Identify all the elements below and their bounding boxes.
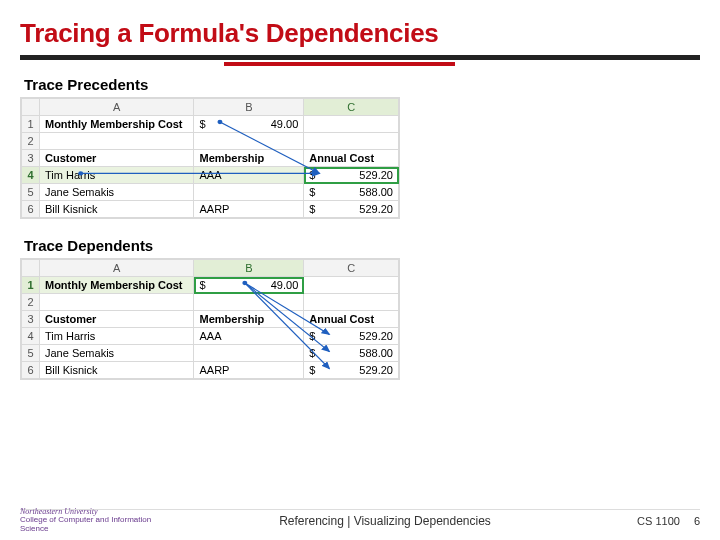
cell-value: 588.00 (359, 186, 393, 198)
cell: Membership (194, 150, 304, 167)
row-header: 5 (22, 345, 40, 362)
cell: Annual Cost (304, 311, 399, 328)
cell (39, 133, 194, 150)
cell-value: 529.20 (359, 169, 393, 181)
cell: AAA (194, 328, 304, 345)
col-header-C: C (304, 260, 399, 277)
cell: $529.20 (304, 362, 399, 379)
col-header-B: B (194, 99, 304, 116)
cell: $ 49.00 (194, 116, 304, 133)
cell: Customer (39, 150, 194, 167)
row-header: 2 (22, 133, 40, 150)
cell-value: 49.00 (271, 279, 299, 291)
col-header-C: C (304, 99, 399, 116)
cell-value: 49.00 (271, 118, 299, 130)
row-header: 1 (22, 116, 40, 133)
cell: Annual Cost (304, 150, 399, 167)
cell-value: 588.00 (359, 347, 393, 359)
currency-symbol: $ (309, 330, 315, 342)
cell (194, 345, 304, 362)
accent-bar (224, 62, 455, 66)
cell (194, 294, 304, 311)
row-header: 4 (22, 328, 40, 345)
section-label-precedents: Trace Precedents (24, 76, 700, 93)
page-number: 6 (694, 515, 700, 527)
dependents-sheet: A B C 1 Monthly Membership Cost $49.00 2… (20, 258, 400, 380)
currency-symbol: $ (199, 118, 205, 130)
cell: AAA (194, 167, 304, 184)
cell (194, 133, 304, 150)
selected-cell: $49.00 (194, 277, 304, 294)
row-header: 2 (22, 294, 40, 311)
cell: Jane Semakis (39, 345, 194, 362)
course-code: CS 1100 (637, 515, 680, 527)
cell-value: 529.20 (359, 364, 393, 376)
cell (304, 294, 399, 311)
currency-symbol: $ (199, 279, 205, 291)
row-header: 3 (22, 150, 40, 167)
footer-right: CS 1100 6 (610, 515, 700, 527)
title-underline (20, 55, 700, 60)
corner-cell (22, 260, 40, 277)
section-label-dependents: Trace Dependents (24, 237, 700, 254)
row-header: 6 (22, 362, 40, 379)
cell: Membership (194, 311, 304, 328)
row-header: 1 (22, 277, 40, 294)
table-dependents: A B C 1 Monthly Membership Cost $49.00 2… (21, 259, 399, 379)
cell: $529.20 (304, 201, 399, 218)
precedents-sheet: A B C 1 Monthly Membership Cost $ 49.00 … (20, 97, 400, 219)
col-header-B: B (194, 260, 304, 277)
currency-symbol: $ (309, 364, 315, 376)
cell (304, 277, 399, 294)
cell: Tim Harris (39, 167, 194, 184)
row-header: 6 (22, 201, 40, 218)
cell: AARP (194, 362, 304, 379)
cell (304, 116, 399, 133)
slide-footer: Northeastern University College of Compu… (0, 508, 720, 534)
cell-value: 529.20 (359, 330, 393, 342)
col-header-A: A (39, 99, 194, 116)
cell: Bill Kisnick (39, 201, 194, 218)
cell: $529.20 (304, 328, 399, 345)
slide-title: Tracing a Formula's Dependencies (20, 18, 700, 49)
row-header: 3 (22, 311, 40, 328)
cell: Monthly Membership Cost (39, 277, 194, 294)
row-header: 4 (22, 167, 40, 184)
row-header: 5 (22, 184, 40, 201)
footer-center-text: Referencing | Visualizing Dependencies (160, 514, 610, 528)
selected-cell: $529.20 (304, 167, 399, 184)
cell (39, 294, 194, 311)
cell: AARP (194, 201, 304, 218)
cell (194, 184, 304, 201)
cell: $588.00 (304, 184, 399, 201)
currency-symbol: $ (309, 203, 315, 215)
currency-symbol: $ (309, 347, 315, 359)
cell: Bill Kisnick (39, 362, 194, 379)
corner-cell (22, 99, 40, 116)
cell: $588.00 (304, 345, 399, 362)
col-header-A: A (39, 260, 194, 277)
cell: Tim Harris (39, 328, 194, 345)
cell: Jane Semakis (39, 184, 194, 201)
brand-line-2: College of Computer and Information Scie… (20, 516, 160, 534)
brand-block: Northeastern University College of Compu… (20, 508, 160, 534)
table-precedents: A B C 1 Monthly Membership Cost $ 49.00 … (21, 98, 399, 218)
cell (304, 133, 399, 150)
cell-value: 529.20 (359, 203, 393, 215)
currency-symbol: $ (309, 186, 315, 198)
cell: Monthly Membership Cost (39, 116, 194, 133)
currency-symbol: $ (309, 169, 315, 181)
cell: Customer (39, 311, 194, 328)
